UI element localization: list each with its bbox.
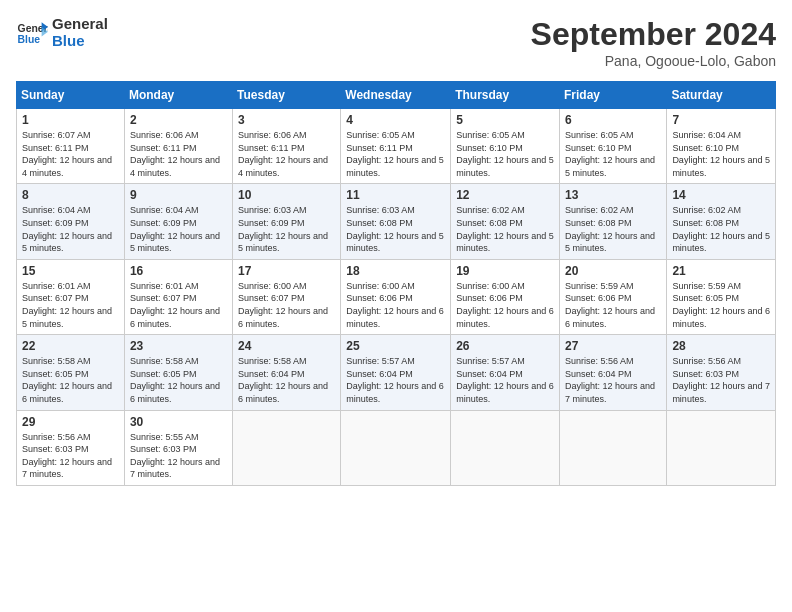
cell-info: Sunrise: 6:00 AMSunset: 6:07 PMDaylight:… [238, 281, 328, 329]
cell-info: Sunrise: 5:55 AMSunset: 6:03 PMDaylight:… [130, 432, 220, 480]
cell-info: Sunrise: 6:06 AMSunset: 6:11 PMDaylight:… [130, 130, 220, 178]
cell-info: Sunrise: 6:02 AMSunset: 6:08 PMDaylight:… [565, 205, 655, 253]
day-number: 24 [238, 339, 335, 353]
day-number: 26 [456, 339, 554, 353]
calendar-cell: 15Sunrise: 6:01 AMSunset: 6:07 PMDayligh… [17, 259, 125, 334]
day-number: 25 [346, 339, 445, 353]
calendar-cell: 17Sunrise: 6:00 AMSunset: 6:07 PMDayligh… [233, 259, 341, 334]
calendar-cell: 22Sunrise: 5:58 AMSunset: 6:05 PMDayligh… [17, 335, 125, 410]
day-number: 28 [672, 339, 770, 353]
calendar-cell [341, 410, 451, 485]
calendar-cell: 24Sunrise: 5:58 AMSunset: 6:04 PMDayligh… [233, 335, 341, 410]
calendar-cell: 5Sunrise: 6:05 AMSunset: 6:10 PMDaylight… [451, 109, 560, 184]
day-number: 16 [130, 264, 227, 278]
weekday-header: Sunday [17, 82, 125, 109]
cell-info: Sunrise: 6:03 AMSunset: 6:08 PMDaylight:… [346, 205, 444, 253]
calendar-cell: 4Sunrise: 6:05 AMSunset: 6:11 PMDaylight… [341, 109, 451, 184]
day-number: 29 [22, 415, 119, 429]
calendar-cell: 14Sunrise: 6:02 AMSunset: 6:08 PMDayligh… [667, 184, 776, 259]
calendar-cell: 21Sunrise: 5:59 AMSunset: 6:05 PMDayligh… [667, 259, 776, 334]
cell-info: Sunrise: 6:07 AMSunset: 6:11 PMDaylight:… [22, 130, 112, 178]
calendar-week-row: 8Sunrise: 6:04 AMSunset: 6:09 PMDaylight… [17, 184, 776, 259]
calendar-cell [451, 410, 560, 485]
cell-info: Sunrise: 6:06 AMSunset: 6:11 PMDaylight:… [238, 130, 328, 178]
cell-info: Sunrise: 5:57 AMSunset: 6:04 PMDaylight:… [456, 356, 554, 404]
calendar-week-row: 29Sunrise: 5:56 AMSunset: 6:03 PMDayligh… [17, 410, 776, 485]
day-number: 3 [238, 113, 335, 127]
calendar-week-row: 1Sunrise: 6:07 AMSunset: 6:11 PMDaylight… [17, 109, 776, 184]
calendar-cell: 25Sunrise: 5:57 AMSunset: 6:04 PMDayligh… [341, 335, 451, 410]
month-title: September 2024 [531, 16, 776, 53]
calendar-cell: 2Sunrise: 6:06 AMSunset: 6:11 PMDaylight… [124, 109, 232, 184]
day-number: 8 [22, 188, 119, 202]
day-number: 27 [565, 339, 661, 353]
calendar-cell: 12Sunrise: 6:02 AMSunset: 6:08 PMDayligh… [451, 184, 560, 259]
day-number: 10 [238, 188, 335, 202]
calendar-cell: 3Sunrise: 6:06 AMSunset: 6:11 PMDaylight… [233, 109, 341, 184]
weekday-header: Friday [559, 82, 666, 109]
cell-info: Sunrise: 5:58 AMSunset: 6:05 PMDaylight:… [130, 356, 220, 404]
cell-info: Sunrise: 6:02 AMSunset: 6:08 PMDaylight:… [672, 205, 770, 253]
cell-info: Sunrise: 5:56 AMSunset: 6:03 PMDaylight:… [22, 432, 112, 480]
calendar-cell: 28Sunrise: 5:56 AMSunset: 6:03 PMDayligh… [667, 335, 776, 410]
day-number: 18 [346, 264, 445, 278]
weekday-header: Wednesday [341, 82, 451, 109]
calendar-cell: 13Sunrise: 6:02 AMSunset: 6:08 PMDayligh… [559, 184, 666, 259]
cell-info: Sunrise: 6:05 AMSunset: 6:10 PMDaylight:… [565, 130, 655, 178]
calendar-week-row: 15Sunrise: 6:01 AMSunset: 6:07 PMDayligh… [17, 259, 776, 334]
day-number: 21 [672, 264, 770, 278]
calendar-cell: 29Sunrise: 5:56 AMSunset: 6:03 PMDayligh… [17, 410, 125, 485]
cell-info: Sunrise: 5:59 AMSunset: 6:05 PMDaylight:… [672, 281, 770, 329]
cell-info: Sunrise: 6:00 AMSunset: 6:06 PMDaylight:… [456, 281, 554, 329]
calendar-cell: 19Sunrise: 6:00 AMSunset: 6:06 PMDayligh… [451, 259, 560, 334]
cell-info: Sunrise: 5:56 AMSunset: 6:04 PMDaylight:… [565, 356, 655, 404]
calendar-header-row: SundayMondayTuesdayWednesdayThursdayFrid… [17, 82, 776, 109]
calendar-cell: 10Sunrise: 6:03 AMSunset: 6:09 PMDayligh… [233, 184, 341, 259]
day-number: 30 [130, 415, 227, 429]
logo-text-blue: Blue [52, 33, 108, 50]
cell-info: Sunrise: 5:59 AMSunset: 6:06 PMDaylight:… [565, 281, 655, 329]
day-number: 12 [456, 188, 554, 202]
day-number: 2 [130, 113, 227, 127]
day-number: 4 [346, 113, 445, 127]
cell-info: Sunrise: 6:00 AMSunset: 6:06 PMDaylight:… [346, 281, 444, 329]
location: Pana, Ogooue-Lolo, Gabon [531, 53, 776, 69]
day-number: 5 [456, 113, 554, 127]
cell-info: Sunrise: 6:03 AMSunset: 6:09 PMDaylight:… [238, 205, 328, 253]
day-number: 7 [672, 113, 770, 127]
calendar-cell: 23Sunrise: 5:58 AMSunset: 6:05 PMDayligh… [124, 335, 232, 410]
calendar-cell: 27Sunrise: 5:56 AMSunset: 6:04 PMDayligh… [559, 335, 666, 410]
calendar-cell: 1Sunrise: 6:07 AMSunset: 6:11 PMDaylight… [17, 109, 125, 184]
calendar-cell: 18Sunrise: 6:00 AMSunset: 6:06 PMDayligh… [341, 259, 451, 334]
weekday-header: Saturday [667, 82, 776, 109]
svg-text:Blue: Blue [18, 34, 41, 45]
page: General Blue General Blue September 2024… [0, 0, 792, 612]
calendar-table: SundayMondayTuesdayWednesdayThursdayFrid… [16, 81, 776, 486]
calendar-cell: 16Sunrise: 6:01 AMSunset: 6:07 PMDayligh… [124, 259, 232, 334]
cell-info: Sunrise: 6:04 AMSunset: 6:10 PMDaylight:… [672, 130, 770, 178]
day-number: 15 [22, 264, 119, 278]
day-number: 17 [238, 264, 335, 278]
day-number: 14 [672, 188, 770, 202]
day-number: 1 [22, 113, 119, 127]
day-number: 23 [130, 339, 227, 353]
calendar-cell: 8Sunrise: 6:04 AMSunset: 6:09 PMDaylight… [17, 184, 125, 259]
weekday-header: Thursday [451, 82, 560, 109]
calendar-cell: 9Sunrise: 6:04 AMSunset: 6:09 PMDaylight… [124, 184, 232, 259]
calendar-cell: 11Sunrise: 6:03 AMSunset: 6:08 PMDayligh… [341, 184, 451, 259]
calendar-cell: 6Sunrise: 6:05 AMSunset: 6:10 PMDaylight… [559, 109, 666, 184]
cell-info: Sunrise: 6:01 AMSunset: 6:07 PMDaylight:… [22, 281, 112, 329]
cell-info: Sunrise: 5:56 AMSunset: 6:03 PMDaylight:… [672, 356, 770, 404]
calendar-cell: 20Sunrise: 5:59 AMSunset: 6:06 PMDayligh… [559, 259, 666, 334]
calendar-cell: 7Sunrise: 6:04 AMSunset: 6:10 PMDaylight… [667, 109, 776, 184]
logo-text-general: General [52, 16, 108, 33]
calendar-cell: 30Sunrise: 5:55 AMSunset: 6:03 PMDayligh… [124, 410, 232, 485]
title-block: September 2024 Pana, Ogooue-Lolo, Gabon [531, 16, 776, 69]
cell-info: Sunrise: 6:05 AMSunset: 6:10 PMDaylight:… [456, 130, 554, 178]
cell-info: Sunrise: 6:01 AMSunset: 6:07 PMDaylight:… [130, 281, 220, 329]
calendar-week-row: 22Sunrise: 5:58 AMSunset: 6:05 PMDayligh… [17, 335, 776, 410]
day-number: 9 [130, 188, 227, 202]
calendar-cell: 26Sunrise: 5:57 AMSunset: 6:04 PMDayligh… [451, 335, 560, 410]
day-number: 20 [565, 264, 661, 278]
weekday-header: Tuesday [233, 82, 341, 109]
